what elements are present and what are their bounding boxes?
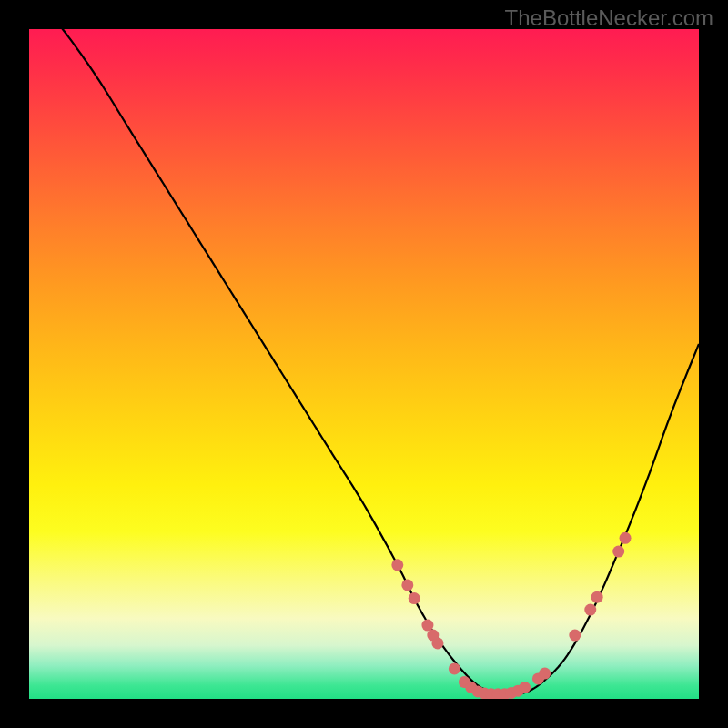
highlight-dot bbox=[391, 559, 403, 571]
highlight-dot bbox=[612, 546, 624, 558]
highlight-dot bbox=[449, 662, 460, 674]
highlight-dots bbox=[391, 532, 631, 699]
chart-svg bbox=[29, 29, 699, 699]
highlight-dot bbox=[409, 592, 420, 604]
highlight-dot bbox=[584, 604, 596, 616]
watermark: TheBottleNecker.com bbox=[505, 5, 713, 31]
highlight-dot bbox=[620, 532, 632, 544]
highlight-dot bbox=[539, 668, 551, 680]
highlight-dot bbox=[421, 620, 433, 632]
highlight-dot bbox=[569, 630, 581, 642]
highlight-dot bbox=[519, 682, 531, 693]
highlight-dot bbox=[431, 637, 443, 649]
plot-area bbox=[29, 29, 699, 699]
highlight-dot bbox=[401, 579, 413, 591]
highlight-dot bbox=[592, 592, 603, 603]
